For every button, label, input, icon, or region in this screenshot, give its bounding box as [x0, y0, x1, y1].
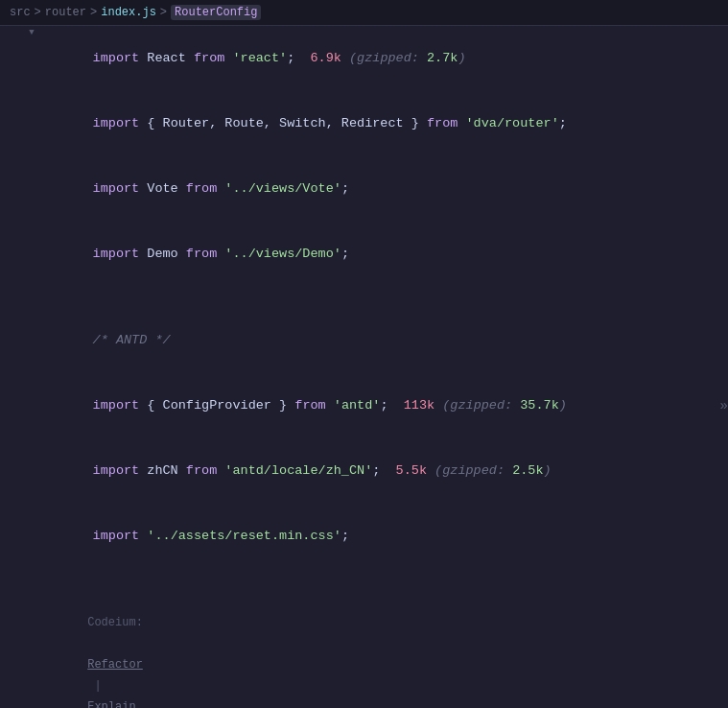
code-line-1: ▼ import React from 'react'; 6.9k (gzipp… — [0, 26, 728, 91]
codeium-explain[interactable]: Explain — [87, 700, 135, 708]
gutter-1: ▼ — [0, 26, 44, 39]
gutter-7: ▼ — [0, 373, 44, 387]
gutter-codeium: ▼ — [0, 590, 44, 603]
line-content-7: import { ConfigProvider } from 'antd'; 1… — [44, 373, 728, 438]
breadcrumb-router[interactable]: router — [45, 6, 86, 19]
code-line-3: ▼ import Vote from '../views/Vote'; — [0, 156, 728, 222]
line-content-2: import { Router, Route, Switch, Redirect… — [44, 91, 728, 156]
gutter-2: ▼ — [0, 91, 44, 105]
breadcrumb-sep-2: > — [90, 6, 97, 19]
gutter-3: ▼ — [0, 156, 44, 170]
gutter-10: ▼ — [0, 569, 44, 582]
code-line-4: ▼ import Demo from '../views/Demo'; — [0, 222, 728, 287]
code-line-6: ▼ /* ANTD */ — [0, 308, 728, 373]
gutter-5: ▼ — [0, 287, 44, 300]
code-line-2: ▼ import { Router, Route, Switch, Redire… — [0, 91, 728, 156]
gutter-4: ▼ — [0, 222, 44, 235]
gutter-6: ▼ — [0, 308, 44, 321]
code-editor: ▼ import React from 'react'; 6.9k (gzipp… — [0, 26, 728, 708]
size-arrow-7: » — [720, 398, 728, 413]
codeium-content: Codeium: Refactor | Explain | Generate J… — [44, 590, 728, 708]
line-content-6: /* ANTD */ — [44, 308, 728, 373]
line-content-4: import Demo from '../views/Demo'; — [44, 222, 728, 287]
gutter-8: ▼ — [0, 438, 44, 452]
gutter-9: ▼ — [0, 504, 44, 517]
code-line-5: ▼ — [0, 287, 728, 308]
breadcrumb-src[interactable]: src — [10, 6, 31, 19]
breadcrumb: src > router > index.js > RouterConfig — [0, 0, 728, 26]
line-content-10 — [44, 569, 728, 571]
breadcrumb-routerconfig[interactable]: RouterConfig — [171, 5, 261, 20]
breadcrumb-sep-3: > — [160, 6, 167, 19]
code-line-7: ▼ import { ConfigProvider } from 'antd';… — [0, 373, 728, 438]
codeium-refactor[interactable]: Refactor — [87, 658, 143, 672]
line-content-3: import Vote from '../views/Vote'; — [44, 156, 728, 222]
codeium-label: Codeium: — [87, 616, 143, 629]
line-content-1: import React from 'react'; 6.9k (gzipped… — [44, 26, 728, 91]
code-line-9: ▼ import '../assets/reset.min.css'; — [0, 504, 728, 569]
line-content-5 — [44, 287, 728, 289]
code-line-8: ▼ import zhCN from 'antd/locale/zh_CN'; … — [0, 438, 728, 504]
line-content-8: import zhCN from 'antd/locale/zh_CN'; 5.… — [44, 438, 728, 504]
code-line-10: ▼ — [0, 569, 728, 590]
codeium-bar: ▼ Codeium: Refactor | Explain | Generate… — [0, 590, 728, 708]
line-content-9: import '../assets/reset.min.css'; — [44, 504, 728, 569]
fold-icon-1[interactable]: ▼ — [25, 26, 38, 39]
breadcrumb-indexjs[interactable]: index.js — [101, 6, 156, 19]
breadcrumb-sep-1: > — [35, 6, 41, 19]
